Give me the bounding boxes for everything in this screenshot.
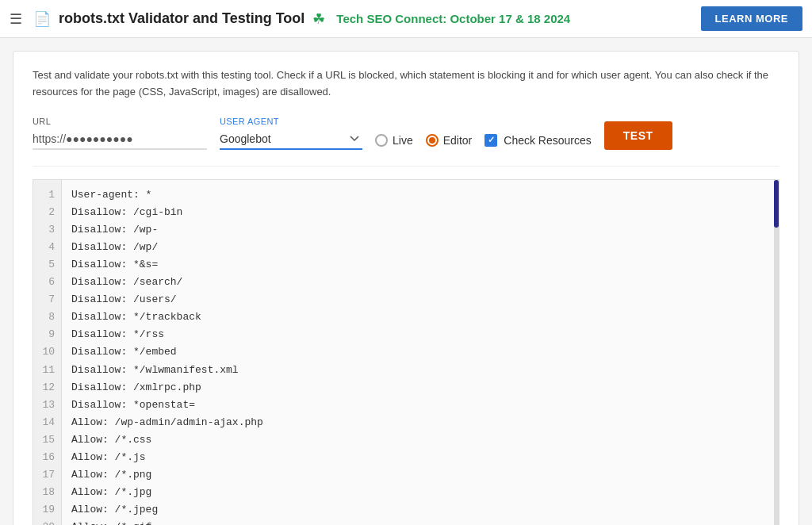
test-button[interactable]: TEST xyxy=(604,121,672,150)
code-line: Disallow: */wlwmanifest.xml xyxy=(71,362,764,379)
header: ☰ 📄 robots.txt Validator and Testing Too… xyxy=(0,0,812,38)
line-number: 11 xyxy=(33,362,61,379)
code-line: Disallow: */rss xyxy=(71,326,764,343)
user-agent-label: User Agent xyxy=(220,117,362,126)
live-radio-circle[interactable] xyxy=(375,134,388,147)
line-number: 15 xyxy=(33,431,61,449)
line-number: 1 xyxy=(33,186,61,204)
editor-radio-dot xyxy=(429,137,435,144)
code-line: Disallow: /users/ xyxy=(71,291,764,308)
user-agent-field-group: User Agent Googlebot Bingbot DuckDuckBot… xyxy=(220,117,362,150)
line-numbers: 1234567891011121314151617181920 xyxy=(33,180,62,525)
code-line: Disallow: */embed xyxy=(71,343,764,361)
line-number: 17 xyxy=(33,466,61,484)
scrollbar[interactable] xyxy=(774,180,779,525)
code-line: Disallow: *openstat= xyxy=(71,397,764,414)
editor-radio-circle[interactable] xyxy=(426,134,439,147)
code-line: Allow: /wp-admin/admin-ajax.php xyxy=(71,414,764,431)
description-text: Test and validate your robots.txt with t… xyxy=(33,67,779,101)
page-title: robots.txt Validator and Testing Tool xyxy=(59,10,304,27)
check-resources-label: Check Resources xyxy=(504,134,592,147)
shamrock-icon: ☘ xyxy=(312,10,325,28)
line-number: 9 xyxy=(33,326,61,343)
code-line: Allow: /*.js xyxy=(71,449,764,466)
code-line: Disallow: /search/ xyxy=(71,274,764,291)
code-line: Disallow: /wp- xyxy=(71,221,764,239)
line-number: 2 xyxy=(33,204,61,221)
line-number: 19 xyxy=(33,501,61,519)
code-line: Allow: /*.jpeg xyxy=(71,501,764,519)
line-number: 16 xyxy=(33,449,61,466)
line-number: 12 xyxy=(33,379,61,397)
menu-icon[interactable]: ☰ xyxy=(10,10,22,28)
check-resources-checkbox[interactable]: ✓ xyxy=(485,134,497,147)
editor-radio-text: Editor xyxy=(443,134,473,147)
code-line: Allow: /*.css xyxy=(71,431,764,449)
code-content[interactable]: User-agent: *Disallow: /cgi-binDisallow:… xyxy=(62,180,774,525)
line-number: 7 xyxy=(33,291,61,308)
code-line: Disallow: *&s= xyxy=(71,256,764,274)
scrollbar-thumb[interactable] xyxy=(774,180,779,228)
line-number: 14 xyxy=(33,414,61,431)
line-number: 8 xyxy=(33,308,61,326)
editor-radio-label[interactable]: Editor xyxy=(426,134,473,147)
document-icon: 📄 xyxy=(33,10,51,28)
learn-more-button[interactable]: LEARN MORE xyxy=(701,6,802,31)
user-agent-select[interactable]: Googlebot Bingbot DuckDuckBot Slurp Baid… xyxy=(220,129,362,150)
code-line: Disallow: */trackback xyxy=(71,308,764,326)
event-text: Tech SEO Connect: October 17 & 18 2024 xyxy=(336,12,570,25)
url-label: URL xyxy=(33,117,207,126)
line-number: 10 xyxy=(33,343,61,361)
url-field-group: URL xyxy=(33,117,207,150)
check-resources-group[interactable]: ✓ Check Resources xyxy=(485,134,592,150)
code-line: Disallow: /cgi-bin xyxy=(71,204,764,221)
live-radio-text: Live xyxy=(393,134,413,147)
main-container: Test and validate your robots.txt with t… xyxy=(0,38,812,525)
line-number: 5 xyxy=(33,256,61,274)
line-number: 18 xyxy=(33,484,61,501)
code-line: Disallow: /wp/ xyxy=(71,239,764,256)
live-radio-group[interactable]: Live xyxy=(375,134,413,150)
code-line: Allow: /*.png xyxy=(71,466,764,484)
url-input[interactable] xyxy=(33,129,207,150)
code-line: Allow: /*.gif xyxy=(71,519,764,525)
editor-radio-group[interactable]: Editor xyxy=(426,134,473,150)
line-number: 20 xyxy=(33,519,61,525)
code-line: Disallow: /xmlrpc.php xyxy=(71,379,764,397)
code-line: Allow: /*.jpg xyxy=(71,484,764,501)
line-number: 13 xyxy=(33,397,61,414)
line-number: 4 xyxy=(33,239,61,256)
form-row: URL User Agent Googlebot Bingbot DuckDuc… xyxy=(33,117,779,167)
code-editor: 1234567891011121314151617181920 User-age… xyxy=(33,179,779,525)
live-radio-label[interactable]: Live xyxy=(375,134,413,147)
tool-card: Test and validate your robots.txt with t… xyxy=(13,51,799,525)
line-number: 3 xyxy=(33,221,61,239)
code-line: User-agent: * xyxy=(71,186,764,204)
line-number: 6 xyxy=(33,274,61,291)
check-icon: ✓ xyxy=(488,135,495,145)
